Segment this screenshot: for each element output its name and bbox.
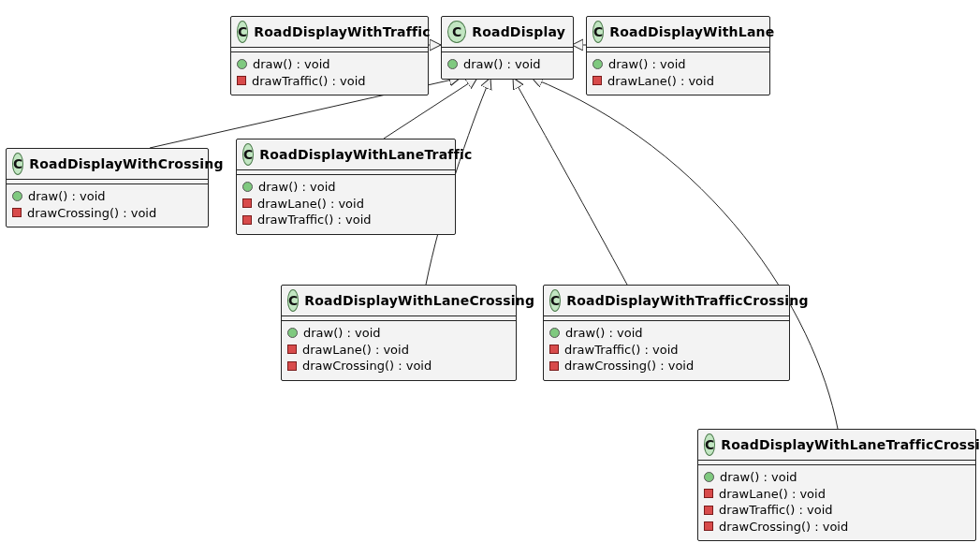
class-stereotype-icon: C [12, 153, 23, 175]
method-signature: drawTraffic() : void [257, 212, 372, 228]
class-methods-compartment: draw() : voiddrawCrossing() : void [7, 184, 208, 227]
class-name: RoadDisplayWithLaneTraffic [259, 147, 472, 162]
class-RoadDisplayWithTrafficCrossing: CRoadDisplayWithTrafficCrossingdraw() : … [543, 285, 790, 381]
method-signature: drawTraffic() : void [564, 342, 679, 359]
class-method: drawTraffic() : void [237, 73, 422, 90]
method-signature: drawLane() : void [719, 486, 826, 503]
class-name: RoadDisplayWithCrossing [29, 156, 223, 171]
method-signature: draw() : void [608, 56, 686, 73]
class-methods-compartment: draw() : voiddrawLane() : voiddrawTraffi… [237, 175, 455, 234]
class-header: CRoadDisplayWithCrossing [7, 149, 208, 180]
method-signature: drawCrossing() : void [564, 358, 694, 374]
class-method: drawTraffic() : void [549, 342, 783, 359]
class-method: draw() : void [704, 469, 970, 486]
class-methods-compartment: draw() : voiddrawLane() : voiddrawTraffi… [698, 465, 975, 540]
method-signature: drawLane() : void [607, 73, 714, 90]
visibility-private-icon [287, 345, 297, 354]
class-name: RoadDisplay [472, 24, 565, 39]
method-signature: draw() : void [463, 56, 541, 73]
class-method: drawLane() : void [287, 342, 510, 359]
class-name: RoadDisplayWithLaneTrafficCrossing [721, 437, 980, 452]
visibility-private-icon [12, 208, 22, 217]
class-methods-compartment: draw() : voiddrawTraffic() : voiddrawCro… [544, 321, 789, 380]
class-RoadDisplayWithCrossing: CRoadDisplayWithCrossingdraw() : voiddra… [6, 148, 209, 227]
class-stereotype-icon: C [549, 289, 561, 312]
class-method: drawLane() : void [242, 196, 449, 213]
visibility-public-icon [12, 191, 22, 201]
class-method: drawLane() : void [704, 486, 970, 503]
class-name: RoadDisplayWithTraffic [254, 24, 431, 39]
class-method: draw() : void [287, 325, 510, 342]
class-name: RoadDisplayWithLaneCrossing [304, 293, 534, 308]
class-header: CRoadDisplayWithLane [587, 17, 769, 48]
visibility-private-icon [704, 506, 713, 515]
class-method: draw() : void [447, 56, 567, 73]
class-header: CRoadDisplayWithLaneTrafficCrossing [698, 430, 975, 461]
method-signature: draw() : void [565, 325, 643, 342]
visibility-private-icon [704, 489, 713, 498]
visibility-private-icon [237, 76, 246, 85]
visibility-private-icon [242, 198, 252, 208]
visibility-private-icon [549, 361, 559, 371]
visibility-public-icon [592, 59, 603, 69]
class-methods-compartment: draw() : voiddrawTraffic() : void [231, 52, 428, 95]
visibility-private-icon [704, 521, 713, 531]
visibility-public-icon [549, 328, 560, 338]
method-signature: draw() : void [253, 56, 330, 73]
method-signature: drawCrossing() : void [719, 519, 848, 536]
class-method: drawLane() : void [592, 73, 764, 90]
class-stereotype-icon: C [447, 21, 466, 43]
class-header: CRoadDisplayWithLaneCrossing [282, 286, 516, 316]
class-methods-compartment: draw() : voiddrawLane() : void [587, 52, 769, 95]
method-signature: drawTraffic() : void [719, 502, 833, 519]
method-signature: draw() : void [258, 179, 336, 196]
class-header: CRoadDisplayWithTrafficCrossing [544, 286, 789, 316]
class-method: draw() : void [12, 188, 202, 205]
class-stereotype-icon: C [592, 21, 604, 43]
visibility-public-icon [447, 59, 458, 69]
class-methods-compartment: draw() : voiddrawLane() : voiddrawCrossi… [282, 321, 516, 380]
class-method: draw() : void [242, 179, 449, 196]
visibility-public-icon [287, 328, 298, 338]
class-method: drawCrossing() : void [704, 519, 970, 536]
method-signature: drawLane() : void [302, 342, 409, 359]
method-signature: drawCrossing() : void [302, 358, 431, 374]
class-header: CRoadDisplay [442, 17, 573, 48]
class-RoadDisplayWithLane: CRoadDisplayWithLanedraw() : voiddrawLan… [586, 16, 770, 95]
class-method: draw() : void [592, 56, 764, 73]
class-RoadDisplay: CRoadDisplaydraw() : void [441, 16, 574, 80]
class-method: drawCrossing() : void [287, 358, 510, 374]
visibility-public-icon [237, 59, 247, 69]
visibility-private-icon [549, 345, 559, 354]
class-method: draw() : void [549, 325, 783, 342]
visibility-public-icon [704, 472, 714, 482]
class-method: drawCrossing() : void [12, 205, 202, 222]
class-method: drawCrossing() : void [549, 358, 783, 374]
method-signature: draw() : void [303, 325, 381, 342]
class-RoadDisplayWithLaneCrossing: CRoadDisplayWithLaneCrossingdraw() : voi… [281, 285, 517, 381]
class-name: RoadDisplayWithLane [609, 24, 774, 39]
class-RoadDisplayWithLaneTrafficCrossing: CRoadDisplayWithLaneTrafficCrossingdraw(… [697, 429, 976, 541]
class-method: drawTraffic() : void [704, 502, 970, 519]
class-RoadDisplayWithTraffic: CRoadDisplayWithTrafficdraw() : voiddraw… [230, 16, 429, 95]
method-signature: draw() : void [28, 188, 106, 205]
method-signature: drawCrossing() : void [27, 205, 156, 222]
class-method: draw() : void [237, 56, 422, 73]
class-name: RoadDisplayWithTrafficCrossing [566, 293, 808, 308]
class-stereotype-icon: C [704, 433, 715, 456]
class-header: CRoadDisplayWithTraffic [231, 17, 428, 48]
class-method: drawTraffic() : void [242, 212, 449, 228]
visibility-public-icon [242, 182, 253, 192]
class-stereotype-icon: C [287, 289, 299, 312]
visibility-private-icon [242, 215, 252, 225]
class-stereotype-icon: C [237, 21, 248, 43]
method-signature: drawLane() : void [257, 196, 364, 213]
class-methods-compartment: draw() : void [442, 52, 573, 79]
class-stereotype-icon: C [242, 143, 254, 166]
class-header: CRoadDisplayWithLaneTraffic [237, 139, 455, 170]
method-signature: drawTraffic() : void [252, 73, 366, 90]
visibility-private-icon [287, 361, 297, 371]
class-RoadDisplayWithLaneTraffic: CRoadDisplayWithLaneTrafficdraw() : void… [236, 139, 456, 235]
extends-arrow [513, 78, 627, 285]
visibility-private-icon [592, 76, 602, 85]
